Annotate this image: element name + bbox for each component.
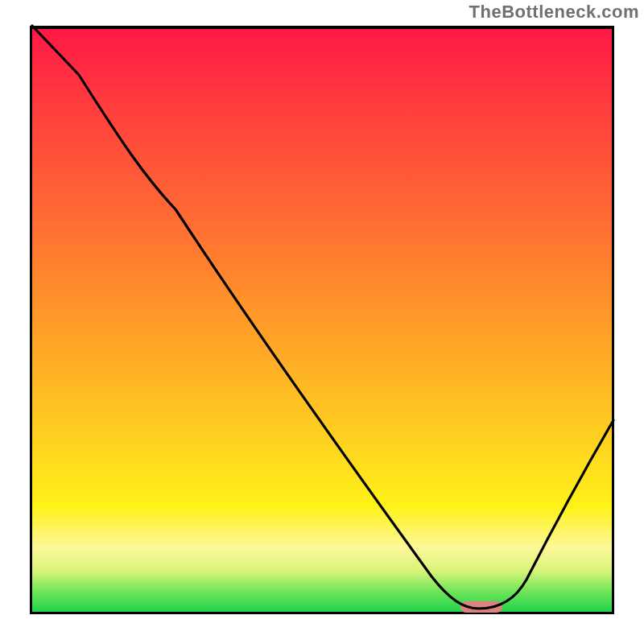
plot-area <box>30 26 614 614</box>
min-marker <box>460 601 502 613</box>
watermark-text: TheBottleneck.com <box>469 2 639 23</box>
chart-container: TheBottleneck.com <box>0 0 644 644</box>
